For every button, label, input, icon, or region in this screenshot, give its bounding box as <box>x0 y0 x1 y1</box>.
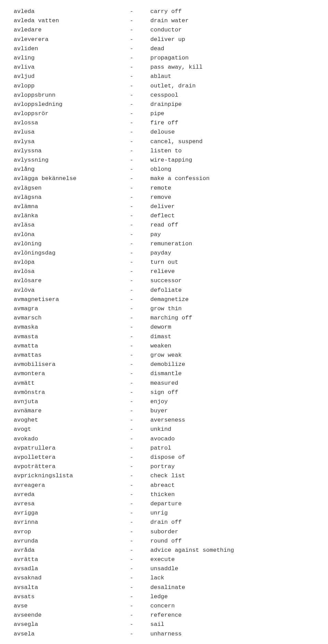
separator: - <box>130 415 150 425</box>
term: avlång <box>14 165 130 174</box>
translation: patrol <box>150 445 171 451</box>
translation: demagnetize <box>150 296 189 303</box>
translation: thicken <box>150 491 175 498</box>
separator: - <box>130 406 150 415</box>
dictionary-entry: avrätta-execute <box>14 555 314 564</box>
dictionary-entry: avlägsna-remove <box>14 193 314 202</box>
separator: - <box>130 481 150 490</box>
term: avse <box>14 601 130 611</box>
term: avsalta <box>14 583 130 592</box>
translation: round off <box>150 538 182 544</box>
dictionary-entry: avleda-carry off <box>14 7 314 16</box>
translation: drain water <box>150 17 189 24</box>
dictionary-entry: avråda-advice against something <box>14 546 314 555</box>
separator: - <box>130 490 150 499</box>
term: avloppsrör <box>14 109 130 118</box>
separator: - <box>130 620 150 629</box>
translation: deworm <box>150 324 171 330</box>
separator: - <box>130 146 150 155</box>
separator: - <box>130 369 150 378</box>
term: avleverera <box>14 35 130 44</box>
translation: lack <box>150 575 164 581</box>
term: avlägsna <box>14 193 130 202</box>
term: avpatrullera <box>14 443 130 453</box>
separator: - <box>130 211 150 220</box>
dictionary-entry: avlösa-relieve <box>14 267 314 276</box>
separator: - <box>130 351 150 360</box>
separator: - <box>130 44 150 53</box>
separator: - <box>130 471 150 480</box>
dictionary-entry: avledare-conductor <box>14 25 314 35</box>
translation: buyer <box>150 408 168 414</box>
translation: enjoy <box>150 398 168 405</box>
translation: remuneration <box>150 241 192 247</box>
term: avloppsledning <box>14 100 130 109</box>
dictionary-entry: avreda-thicken <box>14 490 314 499</box>
translation: turn out <box>150 259 178 265</box>
term: avlyssning <box>14 155 130 165</box>
term: avlöningsdag <box>14 248 130 258</box>
term: avlänka <box>14 211 130 220</box>
term: avlyssna <box>14 146 130 155</box>
dictionary-entry: avliva-pass away, kill <box>14 63 314 72</box>
translation: read off <box>150 222 178 228</box>
translation: pay <box>150 231 161 238</box>
separator: - <box>130 397 150 406</box>
dictionary-list: avleda-carry offavleda vatten-drain wate… <box>14 7 314 639</box>
separator: - <box>130 239 150 248</box>
separator: - <box>130 379 150 388</box>
term: avliva <box>14 63 130 72</box>
separator: - <box>130 434 150 443</box>
separator: - <box>130 155 150 165</box>
term: avpollettera <box>14 453 130 462</box>
separator: - <box>130 100 150 109</box>
translation: unharness <box>150 631 182 637</box>
dictionary-entry: avmaska-deworm <box>14 323 314 332</box>
translation: remote <box>150 185 171 191</box>
term: avloppsbrunn <box>14 91 130 100</box>
term: avljud <box>14 72 130 81</box>
term: avmarsch <box>14 313 130 323</box>
term: avmattas <box>14 351 130 360</box>
separator: - <box>130 341 150 351</box>
dictionary-entry: avlöningsdag-payday <box>14 248 314 258</box>
separator: - <box>130 183 150 193</box>
translation: measured <box>150 380 178 386</box>
term: avreda <box>14 490 130 499</box>
term: avlöpa <box>14 258 130 267</box>
translation: concern <box>150 603 175 609</box>
term: avrigga <box>14 508 130 518</box>
separator: - <box>130 592 150 601</box>
term: avledare <box>14 25 130 35</box>
dictionary-entry: avlänka-deflect <box>14 211 314 220</box>
dictionary-entry: avlusa-delouse <box>14 127 314 137</box>
term: avmobilisera <box>14 360 130 369</box>
term: avokado <box>14 434 130 443</box>
dictionary-entry: avlämna-deliver <box>14 202 314 211</box>
term: avmagra <box>14 304 130 313</box>
separator: - <box>130 81 150 91</box>
dictionary-entry: avresa-departure <box>14 499 314 508</box>
separator: - <box>130 360 150 369</box>
translation: dimast <box>150 333 171 340</box>
term: avmaska <box>14 323 130 332</box>
dictionary-entry: avlyssning-wire-tapping <box>14 155 314 165</box>
translation: dismantle <box>150 370 182 377</box>
translation: remove <box>150 194 171 201</box>
term: avlösare <box>14 276 130 285</box>
translation: propagation <box>150 55 189 61</box>
translation: departure <box>150 501 182 507</box>
translation: unsaddle <box>150 565 178 572</box>
translation: pipe <box>150 110 164 117</box>
dictionary-entry: avoghet-averseness <box>14 415 314 425</box>
separator: - <box>130 193 150 202</box>
translation: cancel, suspend <box>150 138 203 145</box>
dictionary-entry: avseende-reference <box>14 611 314 620</box>
term: avlöna <box>14 230 130 239</box>
term: avråda <box>14 546 130 555</box>
translation: ablaut <box>150 73 171 80</box>
translation: delouse <box>150 129 175 135</box>
translation: execute <box>150 556 175 563</box>
translation: make a confession <box>150 175 209 182</box>
term: avlägsen <box>14 183 130 193</box>
